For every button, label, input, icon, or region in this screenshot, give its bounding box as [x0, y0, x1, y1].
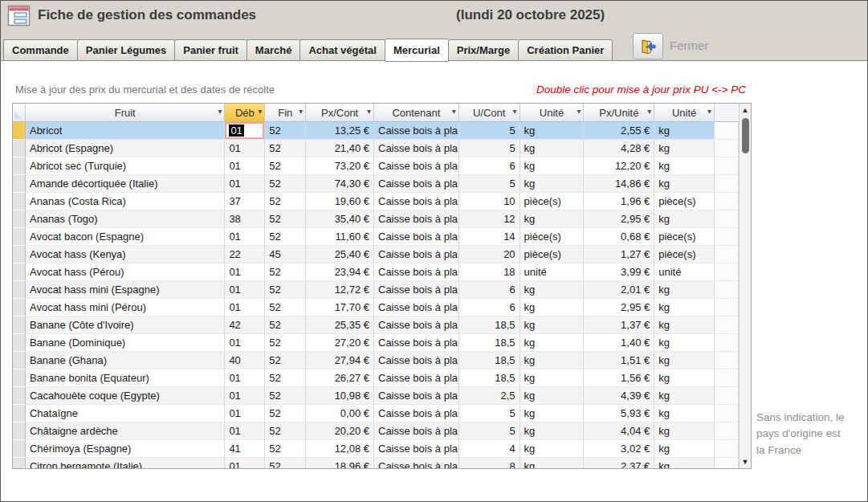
cell[interactable]: kg	[654, 122, 715, 140]
cell[interactable]: 1,27 €	[584, 246, 654, 263]
cell[interactable]: 52	[265, 193, 306, 210]
cell[interactable]: 23,94 €	[306, 263, 374, 281]
cell[interactable]: 52	[265, 140, 306, 157]
cell[interactable]: Avocat hass mini (Pérou)	[26, 299, 225, 316]
row-selector[interactable]	[13, 228, 26, 246]
cell[interactable]: 1,37 €	[584, 316, 654, 334]
cell[interactable]: 01	[225, 228, 265, 246]
cell[interactable]: 01	[225, 157, 265, 175]
row-selector[interactable]	[13, 352, 26, 369]
row-selector[interactable]	[13, 316, 26, 334]
new-column-placeholder[interactable]	[715, 422, 739, 440]
cell[interactable]: Châtaigne ardèche	[26, 422, 225, 440]
cell[interactable]: kg	[520, 175, 585, 193]
cell[interactable]: 52	[265, 369, 306, 387]
cell[interactable]: 41	[225, 440, 265, 458]
cell[interactable]: kg	[520, 387, 585, 405]
row-selector[interactable]	[13, 422, 26, 440]
column-header-contenant[interactable]: Contenant▾	[374, 104, 459, 122]
cell[interactable]: 20	[459, 246, 520, 263]
cell[interactable]: 5	[459, 140, 520, 157]
row-selector[interactable]	[13, 405, 26, 422]
cell[interactable]: unité	[654, 263, 715, 281]
cell[interactable]: Caisse bois à pla	[374, 122, 459, 140]
cell[interactable]: 5,93 €	[584, 405, 654, 422]
cell[interactable]: Caisse bois à pla	[374, 228, 459, 246]
row-selector[interactable]	[13, 281, 26, 299]
cell[interactable]: kg	[654, 352, 715, 369]
cell[interactable]: kg	[520, 405, 585, 422]
scroll-up-icon[interactable]: ▲	[740, 104, 751, 116]
vertical-scrollbar[interactable]: ▲ ▼	[739, 104, 751, 468]
cell[interactable]: pièce(s)	[520, 193, 585, 210]
cell[interactable]: Chérimoya (Espagne)	[26, 440, 225, 458]
cell[interactable]: kg	[654, 210, 715, 228]
cell[interactable]: kg	[654, 175, 715, 193]
cell[interactable]: kg	[520, 352, 585, 369]
cell[interactable]: kg	[654, 157, 715, 175]
cell[interactable]: 52	[265, 316, 306, 334]
cell[interactable]: 35,40 €	[306, 210, 374, 228]
cell[interactable]: 5	[459, 122, 520, 140]
cell[interactable]: 2,55 €	[584, 122, 654, 140]
cell[interactable]: 19,60 €	[306, 193, 374, 210]
cell[interactable]: Caisse bois à pla	[374, 405, 459, 422]
new-column-placeholder[interactable]	[715, 369, 739, 387]
cell[interactable]: 2,01 €	[584, 281, 654, 299]
cell[interactable]: unité	[520, 263, 585, 281]
cell[interactable]: 1,96 €	[584, 193, 654, 210]
row-selector[interactable]	[13, 157, 26, 175]
cell[interactable]: kg	[654, 458, 715, 468]
column-header-unite[interactable]: Unité▾	[520, 104, 585, 122]
tab-marche[interactable]: Marché	[247, 39, 300, 61]
cell[interactable]: 27,20 €	[306, 334, 374, 352]
column-header-fin[interactable]: Fin▾	[265, 104, 306, 122]
new-column-placeholder[interactable]	[715, 405, 739, 422]
filter-dropdown-icon[interactable]: ▾	[452, 107, 456, 116]
cell[interactable]: kg	[654, 316, 715, 334]
cell[interactable]: 14,86 €	[584, 175, 654, 193]
new-column-placeholder[interactable]	[715, 281, 739, 299]
cell[interactable]: 12,20 €	[584, 157, 654, 175]
cell[interactable]: 10	[459, 193, 520, 210]
cell[interactable]: 1,56 €	[584, 369, 654, 387]
cell[interactable]: 10,98 €	[306, 387, 374, 405]
cell[interactable]: Caisse bois à pla	[374, 352, 459, 369]
cell[interactable]: 5	[459, 175, 520, 193]
cell[interactable]: 18,5	[459, 369, 520, 387]
cell[interactable]: pièce(s)	[654, 193, 715, 210]
cell[interactable]: 01	[225, 458, 265, 468]
new-column-placeholder[interactable]	[715, 122, 739, 140]
cell[interactable]: Banane (Ghana)	[26, 352, 225, 369]
cell[interactable]: Caisse bois à pla	[374, 334, 459, 352]
scroll-thumb[interactable]	[742, 118, 749, 153]
row-selector[interactable]	[13, 175, 26, 193]
tab-panier-fruit[interactable]: Panier fruit	[174, 39, 247, 61]
new-column-placeholder[interactable]	[715, 228, 739, 246]
row-selector[interactable]	[13, 193, 26, 210]
new-column-placeholder[interactable]	[715, 140, 739, 157]
row-selector[interactable]	[13, 140, 26, 157]
cell[interactable]: kg	[520, 316, 585, 334]
cell[interactable]: pièce(s)	[654, 246, 715, 263]
tab-panier-legumes[interactable]: Panier Légumes	[77, 39, 174, 61]
cell[interactable]: Ananas (Costa Rica)	[26, 193, 225, 210]
cell[interactable]: 4,39 €	[584, 387, 654, 405]
new-column-placeholder[interactable]	[715, 387, 739, 405]
cell[interactable]: 2,95 €	[584, 210, 654, 228]
cell[interactable]: Caisse bois à pla	[374, 210, 459, 228]
filter-dropdown-icon[interactable]: ▾	[647, 107, 651, 116]
cell[interactable]: 4	[459, 440, 520, 458]
cell[interactable]: 8	[459, 458, 520, 468]
cell[interactable]: 4,28 €	[584, 140, 654, 157]
cell[interactable]: 01	[225, 387, 265, 405]
row-selector[interactable]	[13, 299, 26, 316]
cell[interactable]: 38	[225, 210, 265, 228]
close-button[interactable]	[633, 33, 663, 59]
tab-mercurial[interactable]: Mercurial	[385, 39, 449, 62]
cell[interactable]: Caisse bois à pla	[374, 281, 459, 299]
cell[interactable]: kg	[654, 369, 715, 387]
cell[interactable]: Caisse bois à pla	[374, 387, 459, 405]
new-column-placeholder[interactable]	[715, 193, 739, 210]
cell[interactable]: kg	[654, 405, 715, 422]
